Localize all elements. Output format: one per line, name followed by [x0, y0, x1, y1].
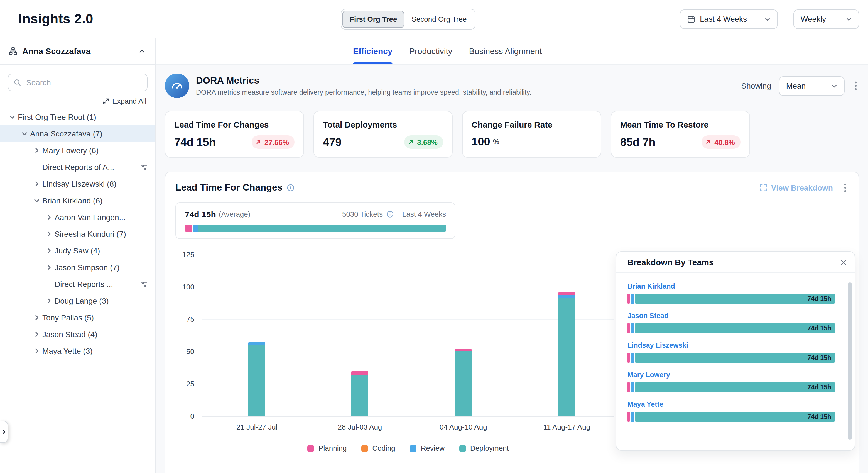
org-tree: First Org Tree Root (1)Anna Scozzafava (…	[0, 109, 155, 359]
divider	[398, 210, 398, 218]
metric-card: Lead Time For Changes74d 15h27.56%	[165, 111, 304, 158]
chevron-right-icon	[1, 429, 7, 435]
summary-qualifier: (Average)	[219, 210, 251, 218]
stacked-bar[interactable]	[351, 371, 368, 416]
metric-value-row: 85d 7h40.8%	[620, 136, 741, 149]
info-icon[interactable]	[287, 184, 295, 191]
x-tick-label: 11 Aug-17 Aug	[543, 423, 590, 431]
chevron-right-icon[interactable]	[32, 313, 41, 322]
tree-item-label: Tony Pallas (5)	[42, 313, 94, 322]
legend-item-deployment[interactable]: Deployment	[459, 444, 509, 452]
legend-item-planning[interactable]: Planning	[307, 444, 347, 452]
tree-item[interactable]: Mary Lowery (6)	[0, 142, 155, 159]
main-tabs: EfficiencyProductivityBusiness Alignment	[156, 38, 868, 65]
chevron-right-icon[interactable]	[32, 179, 41, 188]
legend-item-coding[interactable]: Coding	[361, 444, 395, 452]
filter-icon[interactable]	[140, 280, 148, 288]
legend-swatch	[459, 445, 466, 451]
legend-item-review[interactable]: Review	[410, 444, 444, 452]
stacked-bar[interactable]	[249, 342, 265, 416]
aggregation-value: Mean	[786, 81, 806, 90]
expand-all-button[interactable]: Expand All	[9, 97, 147, 105]
search-input[interactable]	[8, 73, 148, 91]
tree-item-label: Aaron Van Langen...	[55, 213, 126, 222]
filter-icon[interactable]	[140, 164, 148, 171]
dora-menu-button[interactable]	[852, 79, 859, 92]
tab-productivity[interactable]: Productivity	[409, 38, 453, 64]
chevron-right-icon[interactable]	[44, 296, 54, 305]
lead-time-menu-button[interactable]	[842, 181, 848, 195]
tree-item[interactable]: Doug Lange (3)	[0, 293, 155, 309]
metric-value-row: 100%	[472, 136, 592, 148]
tree-item[interactable]: Anna Scozzafava (7)	[0, 125, 155, 142]
review-segment	[631, 382, 634, 392]
team-link[interactable]: Maya Yette	[627, 401, 663, 408]
tree-item[interactable]: Direct Reports of A...	[0, 159, 155, 176]
scrollbar-thumb[interactable]	[848, 283, 852, 440]
tree-item-label: Anna Scozzafava (7)	[30, 129, 102, 138]
org-tree-toggle-second[interactable]: Second Org Tree	[404, 10, 474, 28]
sidebar-panel-handle[interactable]	[0, 421, 8, 443]
tree-item[interactable]: Jason Stead (4)	[0, 326, 155, 343]
expand-corners-icon	[760, 184, 767, 191]
org-tree-toggle-first[interactable]: First Org Tree	[342, 10, 404, 28]
planning-segment	[627, 353, 630, 363]
chevron-right-icon[interactable]	[44, 263, 54, 272]
close-icon[interactable]	[839, 258, 848, 267]
planning-segment	[558, 292, 575, 295]
dora-subtitle: DORA metrics measure software delivery p…	[196, 89, 531, 96]
metric-value-row: 4793.68%	[323, 136, 443, 149]
chevron-right-icon[interactable]	[32, 347, 41, 355]
chevron-down-icon[interactable]	[20, 129, 29, 138]
lead-time-header: Lead Time For Changes View Breakdown	[175, 181, 848, 195]
metric-unit: %	[493, 138, 499, 146]
legend-label: Coding	[372, 444, 395, 452]
stacked-bar[interactable]	[455, 349, 472, 416]
metric-card: Mean Time To Restore85d 7h40.8%	[611, 111, 750, 158]
dora-gauge-icon	[165, 73, 189, 98]
chevron-down-icon[interactable]	[8, 113, 17, 121]
deployment-segment	[249, 345, 265, 416]
chevron-right-icon[interactable]	[44, 230, 54, 238]
chevron-down-icon[interactable]	[32, 196, 41, 205]
chevron-right-icon[interactable]	[32, 330, 41, 339]
y-tick-label: 100	[182, 283, 194, 291]
tree-item[interactable]: Brian Kirkland (6)	[0, 192, 155, 209]
planning-segment	[185, 225, 192, 232]
tree-item[interactable]: Maya Yette (3)	[0, 343, 155, 359]
info-icon[interactable]	[387, 211, 394, 218]
tree-item[interactable]: Lindsay Liszewski (8)	[0, 176, 155, 192]
tree-item[interactable]: Aaron Van Langen...	[0, 209, 155, 226]
tree-item[interactable]: Jason Simpson (7)	[0, 259, 155, 276]
tab-business-alignment[interactable]: Business Alignment	[469, 38, 542, 64]
chevron-right-icon[interactable]	[44, 246, 54, 255]
tree-item[interactable]: Direct Reports ...	[0, 276, 155, 293]
chevron-spacer	[44, 280, 54, 289]
team-link[interactable]: Jason Stead	[627, 312, 669, 320]
tree-item-label: Maya Yette (3)	[42, 347, 93, 355]
view-breakdown-button[interactable]: View Breakdown	[760, 183, 833, 192]
stacked-bar[interactable]	[558, 292, 575, 416]
team-link[interactable]: Mary Lowery	[627, 371, 670, 379]
metric-value: 100	[472, 136, 490, 148]
showing-label: Showing	[741, 81, 771, 90]
team-link[interactable]: Lindsay Liszewski	[627, 342, 688, 349]
tree-item[interactable]: Tony Pallas (5)	[0, 309, 155, 326]
sidebar-collapse-button[interactable]	[137, 47, 147, 55]
tree-item-label: Mary Lowery (6)	[42, 146, 98, 155]
legend-label: Review	[421, 444, 444, 452]
tree-item[interactable]: Judy Saw (4)	[0, 242, 155, 259]
granularity-select[interactable]: Weekly	[794, 9, 859, 29]
aggregation-select[interactable]: Mean	[779, 76, 845, 95]
team-link[interactable]: Brian Kirkland	[627, 283, 675, 290]
date-range-select[interactable]: Last 4 Weeks	[680, 9, 778, 29]
chevron-right-icon[interactable]	[44, 213, 54, 222]
review-segment	[249, 342, 265, 345]
chevron-right-icon[interactable]	[32, 146, 41, 155]
trend-up-icon	[705, 139, 712, 145]
calendar-icon	[687, 15, 695, 23]
tree-item[interactable]: First Org Tree Root (1)	[0, 109, 155, 125]
tab-efficiency[interactable]: Efficiency	[353, 38, 393, 64]
tree-item-label: First Org Tree Root (1)	[18, 113, 96, 121]
tree-item[interactable]: Sireesha Kunduri (7)	[0, 226, 155, 242]
